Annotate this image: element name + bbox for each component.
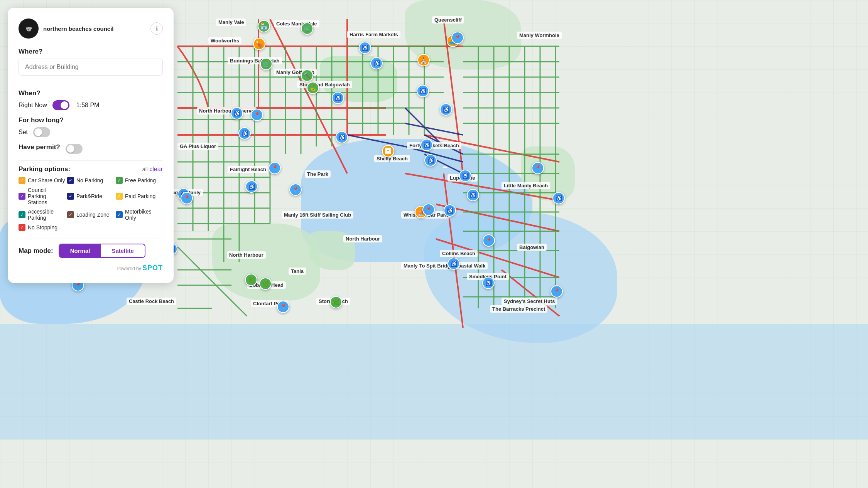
- info-button[interactable]: ℹ: [150, 22, 163, 35]
- howlong-section: For how long? Set: [19, 116, 163, 137]
- option-car-share[interactable]: ✓ Car Share Only: [19, 177, 66, 184]
- blue-pin-1[interactable]: 📍: [251, 109, 263, 121]
- permit-toggle[interactable]: [66, 144, 83, 154]
- green-pin-woolworths[interactable]: 🛒: [260, 58, 272, 70]
- green-pin-tania[interactable]: 🌿: [245, 274, 257, 286]
- accessible-pin-7[interactable]: ♿: [238, 127, 251, 140]
- where-section: Where?: [19, 48, 163, 83]
- all-label: all: [142, 166, 148, 172]
- all-clear-area: all clear: [142, 166, 163, 173]
- logo-area: 🐨 northern beaches council: [19, 19, 114, 39]
- orange-pin-kfc[interactable]: 🍗: [253, 38, 265, 50]
- green-pin-1[interactable]: 🏪: [258, 20, 270, 32]
- blue-pin-huts[interactable]: 📍: [277, 301, 289, 313]
- map-label-manly-vale: Manly Vale: [216, 19, 246, 26]
- set-row: Set: [19, 127, 163, 137]
- time-display: 1:58 PM: [76, 102, 100, 109]
- council-name-text: northern beaches council: [43, 25, 114, 33]
- permit-row: Have permit?: [19, 143, 163, 154]
- accessible-pin-13[interactable]: ♿: [467, 189, 479, 201]
- map-label-forty-baskets: Manly 16ft Skiff Sailing Club: [282, 211, 353, 219]
- map-label-north-harbour-water: North Harbour: [343, 235, 382, 242]
- option-no-parking-label: No Parking: [76, 177, 103, 183]
- option-paid-parking[interactable]: ✓ Paid Parking: [116, 187, 163, 205]
- spot-logo: SPOT: [142, 264, 163, 272]
- right-now-toggle[interactable]: [52, 100, 69, 110]
- green-pin-coastal[interactable]: 🌿: [330, 296, 342, 308]
- checkbox-free-parking: ✓: [116, 177, 123, 184]
- option-loading[interactable]: ✓ Loading Zone: [67, 209, 114, 221]
- green-pin-tania2[interactable]: 🌿: [259, 278, 272, 290]
- option-no-parking[interactable]: ✓ No Parking: [67, 177, 114, 184]
- map-label-barracks: Sydney's Secret Huts: [502, 298, 557, 305]
- council-logo: 🐨: [19, 19, 39, 39]
- right-now-label: Right Now: [19, 102, 47, 109]
- green-pin-bunnings[interactable]: 🔨: [301, 69, 313, 82]
- checkbox-park-ride: ✓: [67, 193, 74, 200]
- accessible-pin-4[interactable]: ♿: [440, 103, 452, 116]
- orange-pin-holy[interactable]: ⛪: [417, 54, 430, 66]
- accessible-pin-3[interactable]: ♿: [417, 85, 429, 97]
- accessible-pin-1[interactable]: ♿: [359, 42, 371, 54]
- option-free-parking[interactable]: ✓ Free Parking: [116, 177, 163, 184]
- blue-pin-top[interactable]: 📍: [451, 32, 464, 44]
- green-pin-golf[interactable]: ⛳: [307, 82, 319, 94]
- option-park-ride[interactable]: ✓ Park&Ride: [67, 187, 114, 205]
- checkbox-council-stations: ✓: [19, 193, 25, 200]
- option-accessible-label: Accessible Parking: [28, 209, 66, 221]
- permit-label: Have permit?: [19, 143, 60, 151]
- checkbox-loading: ✓: [67, 211, 74, 218]
- map-label-coastal-walk: Tania: [289, 268, 306, 275]
- mode-satellite-button[interactable]: Satellite: [101, 244, 145, 257]
- permit-toggle-knob: [67, 145, 74, 153]
- blue-pin-manly[interactable]: 📍: [181, 192, 193, 204]
- checkbox-no-stopping: ✓: [19, 224, 25, 231]
- checkbox-no-parking: ✓: [67, 177, 74, 184]
- mode-normal-button[interactable]: Normal: [59, 244, 101, 257]
- map-label-manly-wormhole: Manly Wormhole: [517, 32, 562, 39]
- option-motorbikes-label: Motorbikes Only: [125, 209, 163, 221]
- blue-pin-fairlight[interactable]: 📍: [269, 162, 281, 174]
- map-mode-label: Map mode:: [19, 247, 53, 255]
- blue-pin-right3[interactable]: 📍: [551, 285, 563, 298]
- option-accessible[interactable]: ✓ Accessible Parking: [19, 209, 66, 221]
- accessible-pin-11[interactable]: ♿: [424, 154, 437, 167]
- green-pin-coles[interactable]: 🛒: [301, 22, 313, 35]
- orange-pin-park[interactable]: 🅿: [382, 145, 394, 157]
- blue-pin-manly2[interactable]: 📍: [422, 204, 435, 216]
- set-toggle[interactable]: [33, 127, 50, 137]
- map-label-woolworths: Bunnings Balgowlah: [228, 57, 282, 64]
- accessible-pin-2[interactable]: ♿: [370, 57, 383, 69]
- option-motorbikes[interactable]: ✓ Motorbikes Only: [116, 209, 163, 221]
- map-label-the-park: Forty Baskets Beach: [407, 142, 461, 149]
- accessible-pin-16[interactable]: ♿: [482, 277, 495, 289]
- svg-text:🐨: 🐨: [25, 26, 32, 32]
- blue-pin-right2[interactable]: 📍: [532, 162, 544, 174]
- powered-by-text: Powered by: [117, 266, 141, 271]
- when-section: When? Right Now 1:58 PM: [19, 89, 163, 110]
- accessible-pin-10[interactable]: ♿: [420, 139, 433, 151]
- accessible-pin-12[interactable]: ♿: [459, 170, 471, 182]
- clear-link[interactable]: clear: [149, 166, 163, 172]
- accessible-pin-22[interactable]: ♿: [552, 192, 565, 204]
- option-council-stations[interactable]: ✓ Council Parking Stations: [19, 187, 66, 205]
- accessible-pin-9[interactable]: ♿: [336, 131, 348, 143]
- map-label-lupe: [443, 167, 448, 168]
- toggle-knob: [61, 101, 68, 109]
- accessible-pin-15[interactable]: ♿: [448, 257, 460, 270]
- accessible-pin-6[interactable]: ♿: [231, 107, 243, 119]
- map-label-shelly: Little Manly Beach: [502, 182, 550, 189]
- address-input[interactable]: [19, 59, 163, 76]
- blue-pin-right1[interactable]: 📍: [483, 234, 495, 247]
- option-no-stopping-label: No Stopping: [28, 224, 57, 231]
- blue-pin-nb[interactable]: 📍: [289, 183, 302, 196]
- accessible-pin-14[interactable]: ♿: [444, 204, 456, 217]
- map-label-fairlight: The Park: [305, 170, 331, 178]
- accessible-pin-8[interactable]: ♿: [245, 180, 258, 193]
- panel-footer: Powered by SPOT: [19, 264, 163, 272]
- option-council-stations-label: Council Parking Stations: [28, 187, 66, 205]
- accessible-pin-5[interactable]: ♿: [332, 92, 344, 104]
- option-no-stopping[interactable]: ✓ No Stopping: [19, 224, 66, 231]
- map-label-clontarf-point: Castle Rock Beach: [127, 298, 176, 305]
- map-label-balgowlah-heights: North Harbour: [227, 251, 266, 259]
